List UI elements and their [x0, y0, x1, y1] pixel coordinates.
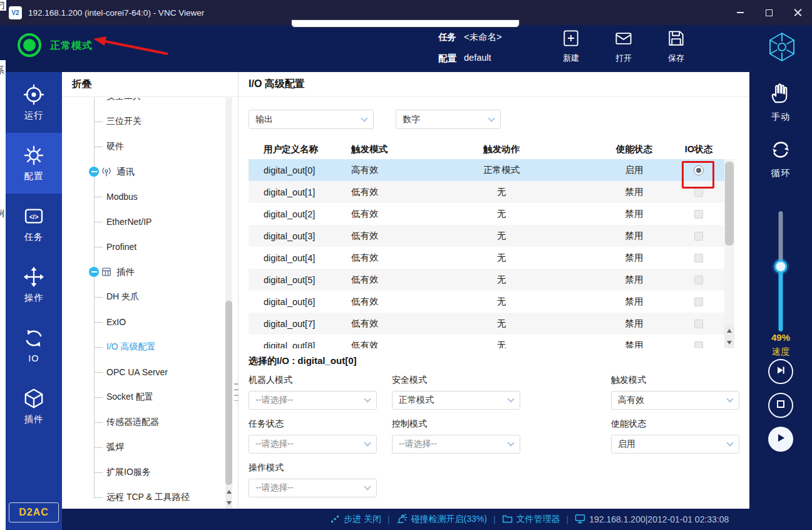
status-separator: | [567, 514, 569, 524]
tree-item[interactable]: 硬件 [62, 134, 238, 159]
tree-item[interactable]: 传感器适配器 [62, 410, 238, 435]
sidebar-item[interactable]: 运行 [6, 72, 62, 133]
table-row[interactable]: digital_out[4] 低有效 无 禁用 [249, 247, 724, 269]
io-state-indicator[interactable] [694, 254, 703, 262]
form-field-select[interactable]: --请选择-- [249, 479, 377, 497]
loop-mode-button[interactable]: 循环 [749, 138, 812, 179]
sidebar-item[interactable]: 操作 [6, 254, 62, 315]
stop-button[interactable] [768, 393, 793, 418]
tree-item[interactable]: 插件 [62, 259, 238, 284]
io-state-indicator[interactable] [694, 232, 703, 241]
loop-icon [769, 138, 792, 164]
speed-slider-handle[interactable] [774, 260, 788, 273]
table-row[interactable]: digital_out[3] 低有效 无 禁用 [249, 225, 724, 247]
right-sidebar: 手动 循环 49% 速度 [749, 72, 812, 530]
monitor-icon [575, 514, 585, 526]
tree-item[interactable]: I/O 高级配置 [62, 335, 238, 360]
table-row[interactable]: digital_out[0] 高有效 正常模式 启用 [249, 159, 724, 181]
tree-item[interactable]: 安全工具 [62, 98, 238, 109]
collision-detect-status[interactable]: 碰撞检测开启(33%) [396, 514, 487, 526]
table-row[interactable]: digital_out[7] 低有效 无 禁用 [249, 313, 724, 335]
panel-splitter[interactable] [234, 383, 239, 401]
tree-item[interactable]: DH 夹爪 [62, 284, 238, 309]
table-row[interactable]: digital_out[6] 低有效 无 禁用 [249, 291, 724, 313]
form-field: 控制模式 --请选择-- [392, 418, 611, 454]
step-next-button[interactable] [768, 359, 793, 384]
table-body: digital_out[0] 高有效 正常模式 启用 digital_out[1… [249, 159, 724, 348]
filter-dropdown[interactable]: 数字 [396, 110, 501, 129]
filter-dropdown[interactable]: 输出 [249, 110, 374, 129]
scroll-up-button[interactable] [724, 325, 734, 336]
io-state-indicator[interactable] [694, 210, 703, 219]
maximize-button[interactable] [754, 0, 783, 25]
tree-item[interactable]: 通讯 [62, 159, 238, 184]
header-action-button[interactable]: 打开 [610, 29, 637, 64]
header-action-button[interactable]: 新建 [557, 29, 585, 64]
tree-item[interactable]: 三位开关 [62, 109, 238, 134]
sidebar-item[interactable]: </> 任务 [6, 194, 62, 254]
io-state-indicator[interactable] [694, 188, 703, 197]
form-field: 机器人模式 --请选择-- [249, 375, 392, 410]
cell-name: digital_out[2] [249, 209, 342, 219]
tree-item[interactable]: 扩展IO服务 [62, 460, 238, 485]
cell-trigger-mode: 低有效 [342, 252, 408, 264]
form-field-select[interactable]: --请选择-- [392, 435, 520, 454]
dropdown-value: 高有效 [618, 395, 644, 406]
table-row[interactable]: digital_out[8] 低有效 无 禁用 [249, 335, 724, 348]
io-state-indicator[interactable] [694, 276, 703, 284]
step-mode-status[interactable]: 步进 关闭 [330, 514, 381, 526]
minimize-button[interactable] [726, 0, 754, 25]
form-field-select[interactable]: --请选择-- [249, 391, 377, 410]
sidebar-item[interactable]: 插件 [6, 376, 62, 437]
scroll-down-button[interactable] [724, 336, 734, 348]
vnc-app-icon[interactable]: V2 [9, 6, 22, 19]
window-title: 192.168.1.200 (intel-corei7-64:0) - VNC … [28, 8, 204, 18]
form-field-select[interactable]: 启用 [611, 435, 739, 454]
table-row[interactable]: digital_out[1] 低有效 无 禁用 [249, 181, 724, 203]
vnc-toolbar-tab[interactable] [291, 19, 520, 28]
io-state-indicator[interactable] [694, 298, 703, 306]
tree-collapse-toggle-icon[interactable] [89, 167, 99, 177]
tree-item-label: 硬件 [106, 141, 124, 152]
left-sidebar: D2AC 运行 配置 </> 任务 操作 IO [6, 72, 62, 530]
tree-collapse-toggle-icon[interactable] [89, 267, 99, 277]
tree-item-label: 扩展IO服务 [106, 467, 151, 478]
sidebar-item[interactable]: 配置 [6, 133, 62, 194]
cell-trigger-mode: 低有效 [342, 186, 408, 198]
io-state-indicator[interactable] [694, 165, 704, 175]
speed-percent-value: 49% [749, 332, 812, 343]
tree-item[interactable]: Socket 配置 [62, 385, 238, 410]
tree-item[interactable]: 远程 TCP & 工具路径 [62, 485, 238, 509]
form-field-select[interactable]: 高有效 [611, 391, 739, 410]
tree-item-label: 传感器适配器 [106, 417, 159, 428]
manual-mode-button[interactable]: 手动 [749, 81, 812, 123]
form-field-select[interactable]: 正常模式 [392, 391, 520, 410]
file-manager-button[interactable]: 文件管理器 [502, 514, 560, 525]
cell-name: digital_out[7] [249, 319, 342, 329]
tree-item[interactable]: ExIO [62, 309, 238, 335]
table-scrollbar-thumb[interactable] [725, 162, 734, 246]
tree-item[interactable]: EtherNet/IP [62, 209, 238, 234]
tree-item-label: 弧焊 [106, 442, 124, 453]
tree-collapse-header[interactable]: 折叠 [62, 72, 238, 97]
cell-io-state [673, 276, 724, 284]
header-action-button[interactable]: 保存 [662, 29, 690, 64]
table-row[interactable]: digital_out[5] 低有效 无 禁用 [249, 269, 724, 291]
connection-label: 192.168.1.200|2012-01-01 02:33:08 [589, 514, 729, 524]
io-state-indicator[interactable] [694, 341, 703, 349]
play-button[interactable] [768, 427, 793, 452]
tree-item[interactable]: OPC UA Server [62, 360, 238, 385]
close-button[interactable] [783, 0, 812, 25]
table-row[interactable]: digital_out[2] 低有效 无 禁用 [249, 203, 724, 225]
header-actions: 新建 打开 保存 [557, 29, 690, 64]
tree-item[interactable]: Modbus [62, 184, 238, 209]
tree-item[interactable]: Profinet [62, 234, 238, 259]
column-header: 触发动作 [408, 143, 595, 155]
form-field-select[interactable]: --请选择-- [249, 435, 377, 454]
io-state-indicator[interactable] [694, 320, 703, 328]
header-action-icon [667, 29, 686, 50]
tree-item[interactable]: 弧焊 [62, 435, 238, 460]
table-scrollbar[interactable] [724, 159, 734, 348]
sidebar-item[interactable]: IO [6, 315, 62, 376]
form-field: 操作模式 --请选择-- [249, 462, 392, 497]
